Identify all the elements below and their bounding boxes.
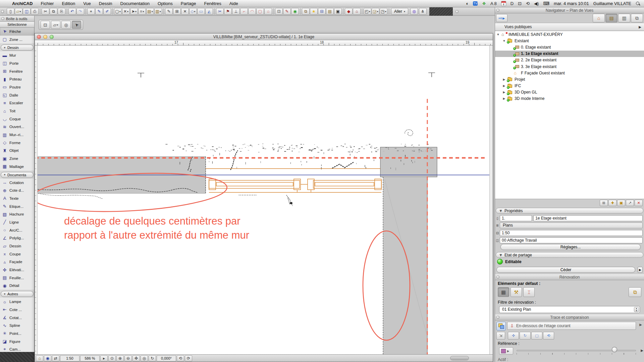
next-zoom-button[interactable]: ⟳ [185, 355, 192, 361]
tool-fa-ade[interactable]: ▵Façade [0, 258, 34, 266]
adjust-button[interactable]: ⚑ [224, 8, 232, 15]
tool-spline[interactable]: ∿Spline [0, 321, 34, 329]
tool-el-vati[interactable]: ✜Elévati... [0, 266, 34, 274]
sync-status-icon[interactable]: ❖ [482, 1, 486, 6]
view-scale-field[interactable]: 1:50 [500, 230, 643, 236]
toolbar-end-widget[interactable] [455, 10, 459, 13]
menu-archicad[interactable]: ArchiCAD [12, 1, 33, 6]
tool-toit[interactable]: ⌂Toit [0, 107, 34, 115]
check-model-button[interactable]: ◉ [291, 8, 299, 15]
tool-lampe[interactable]: ☼Lampe [0, 298, 34, 306]
displays-icon[interactable]: ⊡ [518, 1, 522, 6]
tool-cotat[interactable]: ∡Cotat... [0, 314, 34, 322]
renovation-close-widget[interactable] [496, 276, 499, 279]
paste-button[interactable]: ⎘ [58, 8, 65, 15]
guides-button[interactable]: ✕▾ [122, 8, 130, 15]
tree-item-0-etage-existant[interactable]: 0. Etage existant [495, 44, 644, 50]
layer-combination-field[interactable]: Plans [500, 223, 643, 228]
zoom-doc-button[interactable]: ◉ [44, 355, 51, 361]
trace-toggle-button[interactable] [496, 322, 506, 330]
tool-figure[interactable]: ◪Figure [0, 338, 34, 346]
menu-fichier[interactable]: Fichier [41, 1, 54, 6]
orbit-button[interactable]: ↻ [149, 355, 156, 361]
display-options-field[interactable]: 00 Affichage Travail [500, 237, 643, 243]
tool-texte[interactable]: ATexte [0, 194, 34, 202]
minimize-window-button[interactable] [43, 35, 47, 39]
update-reference-button[interactable]: ⟲ [543, 332, 554, 340]
tool-hachure[interactable]: ▧Hachure [0, 210, 34, 218]
zoom-menu-arrow[interactable]: ▸ [100, 355, 108, 361]
menu-dessin[interactable]: Dessin [99, 1, 112, 6]
publisher-button[interactable]: ⧉ [631, 14, 643, 22]
menu-clock[interactable]: mar. 4 mars 10:01 [554, 1, 589, 6]
toolbar-collapse-widget[interactable] [1, 10, 4, 13]
tree-item-immeuble-saint-exup-ry[interactable]: ▼⌂IMMEUBLE SAINT-EXUPÉRY [495, 31, 644, 38]
zoom-window-button[interactable] [50, 35, 54, 39]
disclosure-closed-icon[interactable]: ▶ [502, 97, 506, 100]
tree-item-1-1e-etage-existant[interactable]: 1. 1e Etage existant [495, 51, 644, 57]
document-title-bar[interactable]: VILLBIMtw [BIM_serveur_ZSTUDIO-villate] … [35, 34, 493, 40]
element-info-button[interactable]: ⊟ [318, 8, 326, 15]
roof-wizard-button[interactable]: ⌂ [264, 8, 272, 15]
zoom-options-button[interactable]: ⊙ [108, 355, 116, 361]
spotlight-search-icon[interactable] [636, 1, 640, 6]
snap-grid-button[interactable]: ⌗▾ [138, 8, 146, 15]
section-autres[interactable]: ▼Autres [1, 291, 34, 297]
reference-color-button[interactable]: ▶ [499, 347, 513, 355]
switch-reference-button[interactable]: ⇲ [496, 332, 505, 340]
pan-button[interactable]: ✜ [132, 355, 140, 361]
menu-edition[interactable]: Edition [62, 1, 75, 6]
tool-mur-ri[interactable]: ▥Mur–ri... [0, 131, 34, 139]
new-document-button[interactable]: ▯ [7, 8, 14, 15]
section-documenta[interactable]: ▼Documenta [1, 172, 34, 178]
renovation-filter-select[interactable]: 01 Existing Plan ▲▼ [499, 306, 640, 313]
save-view-button[interactable]: ✚ [608, 200, 616, 206]
tool-cotation[interactable]: ↔Cotation [0, 179, 34, 187]
disclosure-open-icon[interactable]: ▼ [502, 39, 506, 43]
tool-objet[interactable]: ♜Objet [0, 147, 34, 155]
group-button[interactable]: ⧉ [302, 8, 310, 15]
project-chooser-button[interactable]: ⇨▸ [496, 14, 507, 22]
tool-ligne[interactable]: ╱Ligne [0, 218, 34, 226]
save-button[interactable]: ◫ [23, 8, 31, 15]
sharing-header[interactable]: ▼ Etat de partage [496, 252, 643, 258]
previous-zoom-button[interactable]: ⟲ [177, 355, 184, 361]
renovation-options-button[interactable]: ⧉ [629, 287, 641, 297]
tool-porte[interactable]: ◫Porte [0, 59, 34, 67]
tool-etique[interactable]: ✎Etique... [0, 202, 34, 210]
home-story-button[interactable]: ⌂ [353, 8, 361, 15]
jump-to-button[interactable]: ↗ [626, 200, 634, 206]
find-select-button[interactable]: ⌖ [87, 8, 95, 15]
quick-options-button[interactable]: ⌂ [36, 355, 43, 361]
undo-button[interactable]: ↶ [68, 8, 76, 15]
properties-header[interactable]: ▼ Propriétés [496, 208, 643, 214]
menu-user[interactable]: Guillaume VILLATE [593, 1, 631, 6]
split-button[interactable]: ✂ [216, 8, 224, 15]
polygon-method-button[interactable]: ▱▾ [51, 21, 60, 29]
tool-cote-d[interactable]: ⊕Cote d... [0, 186, 34, 194]
tool-mur[interactable]: ▬Mur [0, 51, 34, 59]
reference-opacity-slider[interactable] [517, 350, 636, 351]
floor-plan-canvas[interactable]: décalage de quelques centimètres par rap… [38, 46, 490, 355]
tree-item-3-3e-etage-existant[interactable]: 3. 3e Etage existant [495, 63, 644, 70]
trace-close-widget[interactable] [496, 316, 499, 319]
measure-button[interactable]: ▤▾ [146, 8, 154, 15]
tool-point[interactable]: ✳Point... [0, 329, 34, 338]
existing-elements-button[interactable]: ▦ [498, 287, 509, 297]
tree-item-ifc[interactable]: ▶IFC [495, 83, 644, 89]
project-map-button[interactable]: ⌂ [593, 14, 605, 22]
level-button[interactable]: ⊥ [232, 8, 240, 15]
plan-window-button[interactable]: ◰▾ [364, 8, 371, 15]
reset-reference-button[interactable]: ↻ [520, 332, 531, 340]
tool-ouvert[interactable]: ≋Ouvert... [0, 123, 34, 131]
views-scope-bar[interactable]: Vues publiques ▶ [495, 23, 644, 31]
blade-button[interactable]: ◭ [205, 8, 213, 15]
redo-button[interactable]: ↷ [76, 8, 84, 15]
markup-pen-button[interactable]: ✎ [283, 8, 291, 15]
arc-tool-button[interactable]: ◠ [248, 8, 256, 15]
tool-dessin[interactable]: ▱Dessin [0, 242, 34, 250]
view-map-button[interactable]: ▤ [605, 14, 618, 22]
horizontal-scrollbar-thumb[interactable] [450, 356, 469, 360]
zoom-in-button[interactable]: ⊕ [116, 355, 124, 361]
drag-copy-button[interactable]: ▢ [256, 8, 264, 15]
